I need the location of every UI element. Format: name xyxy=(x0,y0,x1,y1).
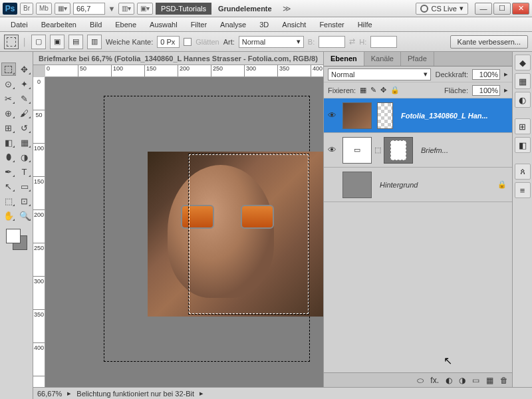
menu-filter[interactable]: Filter xyxy=(186,19,212,30)
tool-zoom[interactable]: 🔍 xyxy=(17,209,32,222)
mask-icon[interactable]: ◐ xyxy=(446,376,452,385)
dock-color-icon[interactable]: ◆ xyxy=(515,55,531,70)
arrange-docs-button[interactable]: ▥▾ xyxy=(118,3,134,15)
dock-mask-icon[interactable]: ◧ xyxy=(515,137,531,153)
menu-datei[interactable]: Datei xyxy=(5,19,33,30)
tab-ebenen[interactable]: Ebenen xyxy=(324,52,364,66)
new-layer-icon[interactable]: ▦ xyxy=(486,376,493,385)
tool-lasso[interactable]: ⊙ xyxy=(1,77,16,90)
color-swatch[interactable] xyxy=(6,229,27,250)
minibridge-button[interactable]: Mb xyxy=(36,3,52,15)
tool-shape[interactable]: ▭ xyxy=(17,180,32,193)
tool-blur[interactable]: ⬮ xyxy=(1,150,16,164)
tool-marquee[interactable] xyxy=(1,63,16,76)
view-extras-button[interactable]: ▦▾ xyxy=(55,3,70,15)
title-bar: Ps Br Mb ▦▾ 66,7 ▼ ▥▾ ▣▾ PSD-Tutorials G… xyxy=(0,0,532,17)
style-dropdown[interactable]: Normal▾ xyxy=(239,36,304,48)
tool-eraser[interactable]: ◧ xyxy=(1,136,16,149)
tool-move[interactable]: ✥ xyxy=(17,63,32,76)
layer-mask-thumb[interactable] xyxy=(384,137,413,164)
tool-history[interactable]: ↺ xyxy=(17,121,32,134)
layer-row[interactable]: 👁 ▭ ⬚ Briefm... xyxy=(324,133,512,168)
tool-heal[interactable]: ⊕ xyxy=(1,106,16,120)
menu-ansicht[interactable]: Ansicht xyxy=(277,19,311,30)
workspace-tab-grund[interactable]: Grundelemente xyxy=(214,5,276,13)
cs-live-button[interactable]: CS Live▾ xyxy=(416,3,468,15)
layer-thumb[interactable]: ▭ xyxy=(342,137,372,164)
lock-move-icon[interactable]: ✥ xyxy=(380,86,386,94)
opacity-input[interactable]: 100% xyxy=(472,69,500,80)
tab-kanale[interactable]: Kanäle xyxy=(364,52,401,66)
selection-sub[interactable]: ▤ xyxy=(68,35,83,49)
tool-gradient[interactable]: ▦ xyxy=(17,136,32,149)
layer-name[interactable]: Hintergrund xyxy=(374,181,492,189)
minimize-button[interactable]: — xyxy=(475,3,492,15)
workspace-tab-psd[interactable]: PSD-Tutorials xyxy=(156,3,211,15)
fill-input[interactable]: 100% xyxy=(472,85,500,96)
link-icon[interactable]: ⬚ xyxy=(374,146,381,154)
fx-icon[interactable]: fx. xyxy=(430,376,439,385)
feather-input[interactable]: 0 Px xyxy=(157,36,180,48)
menu-ebene[interactable]: Ebene xyxy=(110,19,142,30)
trash-icon[interactable]: 🗑 xyxy=(500,376,508,385)
visibility-icon[interactable]: 👁 xyxy=(324,145,340,155)
menu-hilfe[interactable]: Hilfe xyxy=(352,19,378,30)
antialias-checkbox xyxy=(184,38,192,46)
tool-brush[interactable]: 🖌 xyxy=(17,106,32,120)
more-workspaces-icon[interactable]: ≫ xyxy=(279,4,295,13)
dock-para-icon[interactable]: ≡ xyxy=(515,182,531,198)
layer-row[interactable]: Hintergrund 🔒 xyxy=(324,168,512,202)
tool-wand[interactable]: ✦ xyxy=(17,77,32,90)
selection-add[interactable]: ▣ xyxy=(50,35,65,49)
lock-all-icon[interactable]: 🔒 xyxy=(390,86,400,94)
feather-label: Weiche Kante: xyxy=(106,38,153,46)
menu-bearbeiten[interactable]: Bearbeiten xyxy=(36,19,82,30)
dock-char-icon[interactable]: ጰ xyxy=(515,164,531,180)
dock-swatch-icon[interactable]: ▦ xyxy=(515,73,531,89)
menu-bild[interactable]: Bild xyxy=(84,19,107,30)
tool-path[interactable]: ↖ xyxy=(1,180,16,193)
bridge-button[interactable]: Br xyxy=(20,3,33,15)
options-bar: │ ▢ ▣ ▤ ▥ Weiche Kante: 0 Px Glätten Art… xyxy=(0,32,532,52)
tab-pfade[interactable]: Pfade xyxy=(401,52,434,66)
tool-eyedropper[interactable]: ✎ xyxy=(17,92,32,105)
lock-paint-icon[interactable]: ✎ xyxy=(370,86,376,94)
dock-adjust-icon[interactable]: ⊞ xyxy=(515,118,531,134)
tool-3dcam[interactable]: ⊡ xyxy=(17,194,32,207)
menu-analyse[interactable]: Analyse xyxy=(215,19,251,30)
adjust-icon[interactable]: ◑ xyxy=(459,376,466,385)
blend-mode-dropdown[interactable]: Normal▾ xyxy=(328,68,431,80)
menu-3d[interactable]: 3D xyxy=(254,19,274,30)
visibility-icon[interactable]: 👁 xyxy=(324,110,340,120)
layer-name[interactable]: Briefm... xyxy=(416,146,512,154)
selection-new[interactable]: ▢ xyxy=(31,35,46,49)
tool-stamp[interactable]: ⊞ xyxy=(1,121,16,134)
status-zoom[interactable]: 66,67% xyxy=(37,390,62,398)
close-button[interactable]: ✕ xyxy=(512,3,529,15)
layer-thumb[interactable] xyxy=(342,172,372,198)
layers-list: 👁 Fotolia_1340860_L Han... 👁 ▭ ⬚ Briefm.… xyxy=(324,98,512,372)
lock-trans-icon[interactable]: ▦ xyxy=(360,86,366,94)
zoom-level-input[interactable]: 66,7 xyxy=(73,3,105,15)
link-layers-icon[interactable]: ⬭ xyxy=(417,376,424,385)
tool-crop[interactable]: ✂ xyxy=(1,92,16,105)
dock-style-icon[interactable]: ◐ xyxy=(515,92,531,108)
menu-fenster[interactable]: Fenster xyxy=(314,19,349,30)
screen-mode-button[interactable]: ▣▾ xyxy=(137,3,153,15)
tool-pen[interactable]: ✒ xyxy=(1,165,16,178)
menu-auswahl[interactable]: Auswahl xyxy=(144,19,183,30)
group-icon[interactable]: ▭ xyxy=(472,376,479,385)
selection-intersect[interactable]: ▥ xyxy=(87,35,102,49)
menu-bar: Datei Bearbeiten Bild Ebene Auswahl Filt… xyxy=(0,17,532,32)
refine-edge-button[interactable]: Kante verbessern... xyxy=(450,35,528,49)
tool-type[interactable]: T xyxy=(17,165,32,178)
tool-dodge[interactable]: ◑ xyxy=(17,150,32,164)
maximize-button[interactable]: ☐ xyxy=(493,3,511,15)
tool-hand[interactable]: ✋ xyxy=(1,209,16,222)
current-tool-icon[interactable] xyxy=(4,35,19,49)
layer-name[interactable]: Fotolia_1340860_L Han... xyxy=(396,112,512,120)
tool-3d[interactable]: ⬚ xyxy=(1,194,16,207)
layer-row[interactable]: 👁 Fotolia_1340860_L Han... xyxy=(324,98,512,133)
zoom-dropdown-icon[interactable]: ▼ xyxy=(108,5,116,13)
layer-thumb[interactable] xyxy=(342,102,372,129)
